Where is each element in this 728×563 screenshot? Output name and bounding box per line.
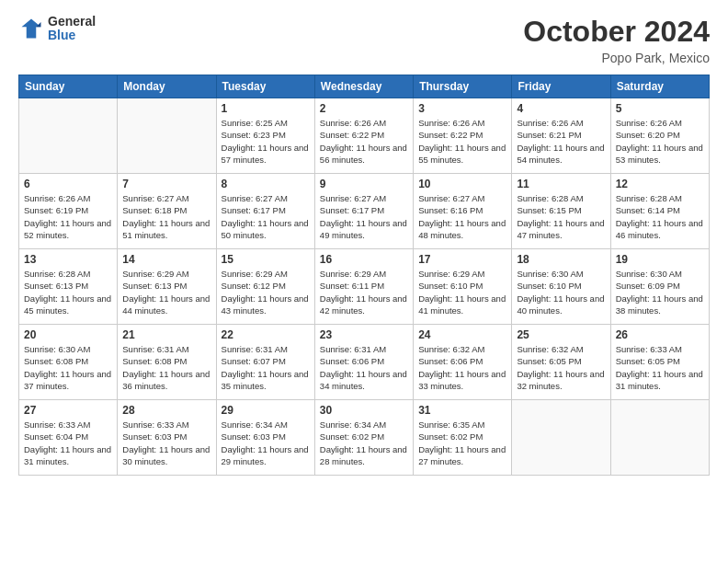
day-info: Sunrise: 6:25 AMSunset: 6:23 PMDaylight:… [222,117,310,166]
calendar-week-row: 27Sunrise: 6:33 AMSunset: 6:04 PMDayligh… [19,400,710,476]
calendar-cell: 23Sunrise: 6:31 AMSunset: 6:06 PMDayligh… [314,325,413,400]
day-info: Sunrise: 6:27 AMSunset: 6:17 PMDaylight:… [222,192,310,241]
day-info: Sunrise: 6:26 AMSunset: 6:22 PMDaylight:… [320,117,408,166]
calendar: SundayMondayTuesdayWednesdayThursdayFrid… [18,75,710,476]
day-info: Sunrise: 6:29 AMSunset: 6:10 PMDaylight:… [418,268,506,316]
calendar-cell: 27Sunrise: 6:33 AMSunset: 6:04 PMDayligh… [19,400,118,476]
calendar-cell: 19Sunrise: 6:30 AMSunset: 6:09 PMDayligh… [610,249,709,325]
day-number: 3 [418,102,506,115]
page: General Blue October 2024 Popo Park, Mex… [0,0,728,563]
day-number: 22 [222,328,310,341]
calendar-cell: 2Sunrise: 6:26 AMSunset: 6:22 PMDaylight… [314,98,413,174]
day-info: Sunrise: 6:26 AMSunset: 6:21 PMDaylight:… [517,117,605,166]
day-number: 1 [222,102,310,115]
day-info: Sunrise: 6:31 AMSunset: 6:07 PMDaylight:… [222,343,310,392]
calendar-cell [512,400,610,476]
day-number: 27 [24,404,112,417]
day-info: Sunrise: 6:32 AMSunset: 6:06 PMDaylight:… [418,343,506,392]
calendar-week-row: 20Sunrise: 6:30 AMSunset: 6:08 PMDayligh… [19,325,710,400]
day-number: 29 [222,404,310,417]
day-info: Sunrise: 6:33 AMSunset: 6:04 PMDaylight:… [24,419,112,467]
day-number: 20 [24,328,112,341]
calendar-cell: 11Sunrise: 6:28 AMSunset: 6:15 PMDayligh… [512,174,610,249]
day-number: 19 [616,253,704,266]
day-info: Sunrise: 6:27 AMSunset: 6:17 PMDaylight:… [320,192,408,241]
svg-marker-0 [22,19,41,39]
title-section: October 2024 Popo Park, Mexico [523,15,710,65]
day-info: Sunrise: 6:29 AMSunset: 6:12 PMDaylight:… [222,268,310,316]
day-info: Sunrise: 6:29 AMSunset: 6:11 PMDaylight:… [320,268,408,316]
calendar-cell: 17Sunrise: 6:29 AMSunset: 6:10 PMDayligh… [414,249,512,325]
day-number: 17 [418,253,506,266]
calendar-cell: 28Sunrise: 6:33 AMSunset: 6:03 PMDayligh… [118,400,216,476]
day-info: Sunrise: 6:32 AMSunset: 6:05 PMDaylight:… [517,343,605,392]
month-title: October 2024 [523,15,710,49]
day-number: 6 [24,178,112,190]
day-number: 24 [418,328,506,341]
day-number: 4 [517,102,605,115]
calendar-cell: 29Sunrise: 6:34 AMSunset: 6:03 PMDayligh… [216,400,314,476]
day-info: Sunrise: 6:30 AMSunset: 6:09 PMDaylight:… [616,268,704,316]
day-number: 8 [222,178,310,190]
day-number: 10 [418,178,506,190]
day-info: Sunrise: 6:31 AMSunset: 6:06 PMDaylight:… [320,343,408,392]
calendar-cell: 16Sunrise: 6:29 AMSunset: 6:11 PMDayligh… [314,249,413,325]
calendar-cell: 14Sunrise: 6:29 AMSunset: 6:13 PMDayligh… [118,249,216,325]
day-info: Sunrise: 6:34 AMSunset: 6:02 PMDaylight:… [320,419,408,467]
day-info: Sunrise: 6:26 AMSunset: 6:22 PMDaylight:… [418,117,506,166]
day-info: Sunrise: 6:30 AMSunset: 6:10 PMDaylight:… [517,268,605,316]
header: General Blue October 2024 Popo Park, Mex… [18,15,710,65]
calendar-cell: 7Sunrise: 6:27 AMSunset: 6:18 PMDaylight… [118,174,216,249]
calendar-cell: 8Sunrise: 6:27 AMSunset: 6:17 PMDaylight… [216,174,314,249]
day-info: Sunrise: 6:26 AMSunset: 6:20 PMDaylight:… [616,117,704,166]
calendar-cell: 1Sunrise: 6:25 AMSunset: 6:23 PMDaylight… [216,98,314,174]
day-info: Sunrise: 6:27 AMSunset: 6:16 PMDaylight:… [418,192,506,241]
logo-general: General [48,15,96,29]
calendar-cell: 13Sunrise: 6:28 AMSunset: 6:13 PMDayligh… [19,249,118,325]
day-number: 5 [616,102,704,115]
day-number: 2 [320,102,408,115]
day-header: Sunday [19,75,118,98]
calendar-cell: 4Sunrise: 6:26 AMSunset: 6:21 PMDaylight… [512,98,610,174]
calendar-cell: 18Sunrise: 6:30 AMSunset: 6:10 PMDayligh… [512,249,610,325]
day-number: 28 [122,404,210,417]
day-header: Saturday [610,75,709,98]
day-number: 21 [122,328,210,341]
logo-blue: Blue [48,29,96,42]
calendar-cell: 5Sunrise: 6:26 AMSunset: 6:20 PMDaylight… [610,98,709,174]
day-number: 26 [616,328,704,341]
day-info: Sunrise: 6:31 AMSunset: 6:08 PMDaylight:… [122,343,210,392]
calendar-cell: 30Sunrise: 6:34 AMSunset: 6:02 PMDayligh… [314,400,413,476]
day-number: 9 [320,178,408,190]
calendar-cell: 10Sunrise: 6:27 AMSunset: 6:16 PMDayligh… [414,174,512,249]
day-number: 14 [122,253,210,266]
calendar-cell: 26Sunrise: 6:33 AMSunset: 6:05 PMDayligh… [610,325,709,400]
day-info: Sunrise: 6:30 AMSunset: 6:08 PMDaylight:… [24,343,112,392]
day-number: 31 [418,404,506,417]
day-info: Sunrise: 6:27 AMSunset: 6:18 PMDaylight:… [122,192,210,241]
calendar-cell [19,98,118,174]
day-header: Thursday [414,75,512,98]
day-number: 11 [517,178,605,190]
calendar-week-row: 6Sunrise: 6:26 AMSunset: 6:19 PMDaylight… [19,174,710,249]
day-number: 23 [320,328,408,341]
day-number: 30 [320,404,408,417]
logo-icon [18,16,44,41]
day-number: 12 [616,178,704,190]
calendar-week-row: 1Sunrise: 6:25 AMSunset: 6:23 PMDaylight… [19,98,710,174]
day-header: Wednesday [314,75,413,98]
day-number: 16 [320,253,408,266]
calendar-cell: 24Sunrise: 6:32 AMSunset: 6:06 PMDayligh… [414,325,512,400]
day-info: Sunrise: 6:28 AMSunset: 6:14 PMDaylight:… [616,192,704,241]
day-header: Friday [512,75,610,98]
logo-text: General Blue [48,15,96,43]
calendar-cell: 21Sunrise: 6:31 AMSunset: 6:08 PMDayligh… [118,325,216,400]
day-info: Sunrise: 6:28 AMSunset: 6:15 PMDaylight:… [517,192,605,241]
day-info: Sunrise: 6:29 AMSunset: 6:13 PMDaylight:… [122,268,210,316]
calendar-cell: 22Sunrise: 6:31 AMSunset: 6:07 PMDayligh… [216,325,314,400]
day-number: 13 [24,253,112,266]
location: Popo Park, Mexico [523,51,710,65]
calendar-cell: 15Sunrise: 6:29 AMSunset: 6:12 PMDayligh… [216,249,314,325]
calendar-week-row: 13Sunrise: 6:28 AMSunset: 6:13 PMDayligh… [19,249,710,325]
calendar-cell: 3Sunrise: 6:26 AMSunset: 6:22 PMDaylight… [414,98,512,174]
